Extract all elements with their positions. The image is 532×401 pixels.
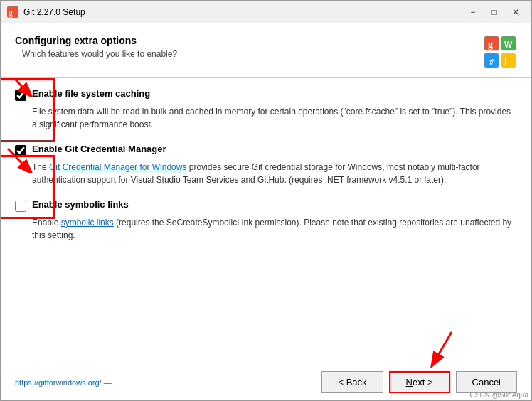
next-button[interactable]: Next > (389, 371, 450, 393)
svg-text:W: W (504, 40, 513, 50)
header-text-group: Configuring extra options Which features… (15, 35, 177, 59)
checkbox-credential[interactable] (15, 145, 26, 156)
credential-manager-link[interactable]: Git Credential Manager for Windows (49, 162, 186, 172)
maximize-button[interactable]: □ (484, 5, 504, 19)
option-label-fscache[interactable]: Enable file system caching (32, 88, 150, 99)
symbolic-links-link[interactable]: symbolic links (61, 218, 114, 228)
svg-text:!: ! (504, 57, 507, 67)
minimize-button[interactable]: − (463, 5, 483, 19)
footer-buttons: < Back Next > Cancel (321, 371, 517, 393)
window-title: Git 2.27.0 Setup (23, 7, 463, 17)
cancel-button[interactable]: Cancel (456, 371, 517, 393)
header-title: Configuring extra options (15, 35, 177, 46)
option-desc-credential: The Git Credential Manager for Windows p… (32, 161, 517, 186)
option-row-symlinks: Enable symbolic links (15, 199, 517, 212)
setup-window: g Git 2.27.0 Setup − □ ✕ Configuring ext… (0, 0, 532, 401)
svg-text:#: # (489, 58, 494, 66)
title-bar: g Git 2.27.0 Setup − □ ✕ (1, 1, 531, 23)
header: Configuring extra options Which features… (1, 23, 531, 78)
footer: https://gitforwindows.org/ — < Back Next… (1, 365, 531, 400)
option-row-fscache: Enable file system caching (15, 88, 517, 101)
option-label-credential[interactable]: Enable Git Credential Manager (32, 144, 166, 154)
checkbox-symlinks[interactable] (15, 200, 26, 212)
option-label-symlinks[interactable]: Enable symbolic links (32, 199, 129, 210)
close-button[interactable]: ✕ (506, 5, 526, 19)
window-controls: − □ ✕ (463, 5, 526, 19)
app-icon: g (6, 6, 19, 18)
svg-text:g: g (488, 39, 493, 50)
header-subtitle: Which features would you like to enable? (22, 49, 177, 59)
checkbox-fscache[interactable] (15, 90, 26, 101)
option-group-credential: Enable Git Credential Manager The Git Cr… (15, 144, 517, 186)
back-button[interactable]: < Back (321, 371, 383, 393)
footer-link[interactable]: https://gitforwindows.org/ — (15, 378, 321, 387)
svg-text:g: g (9, 8, 13, 18)
option-row-credential: Enable Git Credential Manager (15, 144, 517, 156)
next-button-wrapper: Next > (389, 371, 450, 393)
option-group-symlinks: Enable symbolic links Enable symbolic li… (15, 199, 517, 242)
watermark: CSDN @SunAqua (470, 391, 528, 399)
content-area: Enable file system caching File system d… (1, 78, 531, 362)
git-logo: g W # ! (483, 35, 517, 69)
option-group-fscache: Enable file system caching File system d… (15, 88, 517, 131)
svg-rect-5 (501, 53, 516, 68)
next-label: N (406, 377, 413, 387)
option-desc-symlinks: Enable symbolic links (requires the SeCr… (32, 216, 517, 242)
option-desc-fscache: File system data will be read in bulk an… (32, 105, 517, 131)
